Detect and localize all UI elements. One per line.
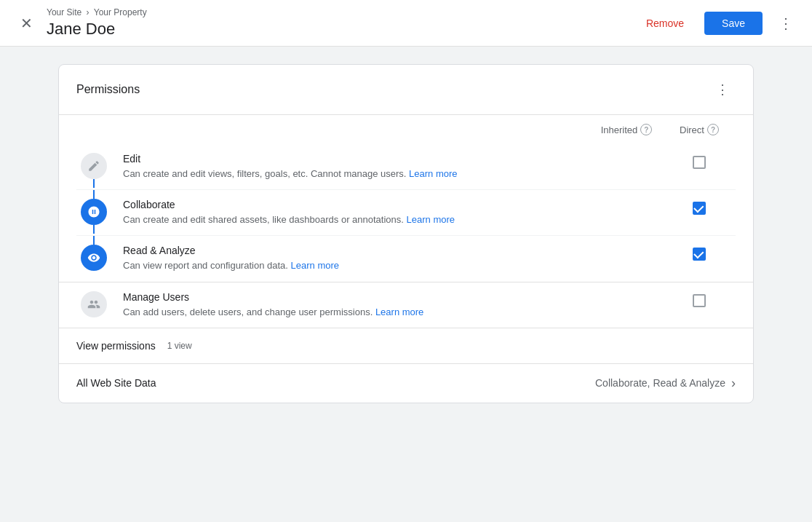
edit-checkboxes <box>590 153 736 169</box>
edit-desc: Can create and edit views, filters, goal… <box>123 167 590 181</box>
edit-direct-checkbox[interactable] <box>693 156 706 169</box>
web-site-row: All Web Site Data Collaborate, Read & An… <box>59 363 753 403</box>
permission-rows-group: Edit Can create and edit views, filters,… <box>59 144 753 282</box>
collaborate-checkboxes <box>590 199 736 215</box>
collaborate-connector-top <box>93 190 95 199</box>
read-analyze-direct-checkbox[interactable] <box>693 248 706 261</box>
collaborate-direct-custom <box>693 202 706 215</box>
edit-icon <box>81 153 107 179</box>
header-title-block: Your Site › Your Property Jane Doe <box>47 7 634 39</box>
inherited-help-icon[interactable]: ? <box>640 124 652 135</box>
permission-row-manage-users: Manage Users Can add users, delete users… <box>76 282 736 328</box>
collaborate-svg <box>87 205 100 218</box>
permissions-more-button[interactable]: ⋮ <box>709 76 736 103</box>
direct-header: Direct ? <box>663 124 736 135</box>
header-more-button[interactable]: ⋮ <box>771 9 800 38</box>
manage-users-desc: Can add users, delete users, and change … <box>123 306 590 319</box>
read-analyze-text: Read & Analyze Can view report and confi… <box>123 245 590 272</box>
breadcrumb: Your Site › Your Property <box>47 7 634 19</box>
pencil-svg <box>87 159 100 173</box>
edit-icon-col <box>76 153 111 179</box>
remove-button[interactable]: Remove <box>634 12 696 35</box>
permissions-title: Permissions <box>76 83 140 96</box>
inherited-header: Inherited ? <box>590 124 663 135</box>
manage-users-direct-cell <box>663 294 736 307</box>
breadcrumb-chevron: › <box>87 7 89 17</box>
view-permissions-section: View permissions 1 view <box>59 328 753 363</box>
manage-users-direct-custom <box>693 294 706 307</box>
read-analyze-name: Read & Analyze <box>123 245 590 256</box>
manage-users-checkboxes <box>590 291 736 307</box>
permission-row-read-analyze: Read & Analyze Can view report and confi… <box>76 236 736 281</box>
web-site-rights: Collaborate, Read & Analyze › <box>595 376 736 391</box>
read-analyze-connector-top <box>93 236 95 245</box>
page-title: Jane Doe <box>47 19 634 40</box>
main-content: Permissions ⋮ Inherited ? Direct ? <box>0 47 812 421</box>
edit-text: Edit Can create and edit views, filters,… <box>123 153 590 181</box>
manage-users-icon <box>81 291 107 317</box>
page-header: ✕ Your Site › Your Property Jane Doe Rem… <box>0 0 812 47</box>
collaborate-name: Collaborate <box>123 199 590 210</box>
collaborate-connector-bottom <box>93 225 95 234</box>
read-analyze-icon-col <box>76 245 111 271</box>
web-site-label: All Web Site Data <box>76 377 156 389</box>
manage-users-section: Manage Users Can add users, delete users… <box>59 282 753 328</box>
collaborate-desc: Can create and edit shared assets, like … <box>123 213 590 226</box>
collaborate-icon-col <box>76 199 111 225</box>
close-button[interactable]: ✕ <box>12 9 41 38</box>
edit-learn-more[interactable]: Learn more <box>409 168 457 179</box>
read-analyze-desc: Can view report and configuration data. … <box>123 259 590 272</box>
collaborate-direct-cell <box>663 202 736 215</box>
chevron-right-icon[interactable]: › <box>731 376 736 391</box>
permission-row-collaborate: Collaborate Can create and edit shared a… <box>76 190 736 236</box>
read-analyze-checkboxes <box>590 245 736 261</box>
manage-users-learn-more[interactable]: Learn more <box>375 307 423 317</box>
view-count-badge: 1 view <box>167 341 192 351</box>
manage-users-direct-checkbox[interactable] <box>693 294 706 307</box>
manage-users-icon-col <box>76 291 111 317</box>
collaborate-text: Collaborate Can create and edit shared a… <box>123 199 590 226</box>
collaborate-icon <box>81 199 107 225</box>
manage-users-text: Manage Users Can add users, delete users… <box>123 291 590 319</box>
web-site-rights-text: Collaborate, Read & Analyze <box>595 377 725 389</box>
direct-label: Direct <box>680 124 704 135</box>
collaborate-learn-more[interactable]: Learn more <box>407 214 455 225</box>
permissions-header: Permissions ⋮ <box>59 65 753 115</box>
manage-users-name: Manage Users <box>123 291 590 303</box>
manage-users-svg <box>87 298 100 311</box>
read-analyze-direct-cell <box>663 248 736 261</box>
edit-connector-bottom <box>93 179 95 188</box>
read-analyze-learn-more[interactable]: Learn more <box>291 260 339 271</box>
breadcrumb-property: Your Property <box>94 7 147 17</box>
read-analyze-icon <box>81 245 107 271</box>
permissions-more-icon: ⋮ <box>716 82 729 98</box>
permission-row-edit: Edit Can create and edit views, filters,… <box>76 144 736 190</box>
column-headers: Inherited ? Direct ? <box>59 115 753 144</box>
inherited-label: Inherited <box>601 124 638 135</box>
edit-direct-custom <box>693 156 706 169</box>
edit-name: Edit <box>123 153 590 165</box>
direct-help-icon[interactable]: ? <box>707 124 719 135</box>
view-permissions-title: View permissions <box>76 340 156 352</box>
save-button[interactable]: Save <box>704 12 763 35</box>
edit-direct-cell <box>663 156 736 169</box>
more-icon: ⋮ <box>779 15 793 32</box>
header-actions: Remove Save ⋮ <box>634 9 800 38</box>
read-analyze-direct-custom <box>693 248 706 261</box>
breadcrumb-site: Your Site <box>47 7 81 17</box>
eye-svg <box>87 251 100 264</box>
collaborate-direct-checkbox[interactable] <box>693 202 706 215</box>
permissions-card: Permissions ⋮ Inherited ? Direct ? <box>58 64 754 403</box>
